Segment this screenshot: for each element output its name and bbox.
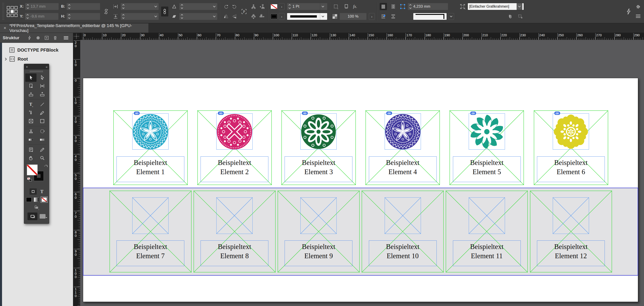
- proxy-dot[interactable]: [7, 10, 10, 13]
- image-frame[interactable]: [469, 198, 505, 234]
- quick-apply-icon[interactable]: [507, 13, 514, 20]
- apply-color-button[interactable]: [26, 198, 32, 202]
- proxy-dot[interactable]: [7, 6, 10, 9]
- selection-tool[interactable]: [25, 74, 36, 82]
- stroke-preview-dropdown[interactable]: [448, 13, 454, 20]
- element-2[interactable]: BeispieltextElement 2: [198, 110, 272, 185]
- fx-icon[interactable]: fx.: [353, 4, 357, 9]
- height-field[interactable]: [66, 13, 100, 20]
- content-placer-tool[interactable]: [36, 90, 48, 98]
- drop-shadow-icon[interactable]: [343, 3, 350, 10]
- proxy-dot[interactable]: [7, 14, 10, 17]
- image-frame[interactable]: [216, 198, 252, 234]
- text-frame[interactable]: BeispieltextElement 5: [453, 156, 521, 182]
- toolbox-grip[interactable]: [30, 70, 43, 73]
- rotate-cw-icon[interactable]: [222, 3, 230, 10]
- link-badge-icon[interactable]: [386, 112, 392, 115]
- line-tool[interactable]: [36, 100, 48, 108]
- flip-vertical-icon[interactable]: [231, 13, 238, 20]
- text-frame[interactable]: BeispieltextElement 8: [200, 240, 268, 266]
- page-tool[interactable]: [25, 82, 36, 90]
- lightning-icon[interactable]: [625, 8, 632, 15]
- select-container-icon[interactable]: P: [240, 6, 248, 16]
- proxy-dot[interactable]: [10, 14, 14, 17]
- select-previous-icon[interactable]: [258, 3, 266, 10]
- frame-tool[interactable]: [25, 117, 36, 125]
- formatting-affects-container-button[interactable]: [30, 188, 37, 195]
- break-link-style-icon[interactable]: [517, 13, 524, 20]
- opacity-field[interactable]: 100 %: [340, 13, 366, 20]
- proxy-dot[interactable]: [14, 14, 18, 17]
- direct-selection-tool[interactable]: [36, 74, 48, 82]
- element-7[interactable]: BeispieltextElement 7: [110, 191, 192, 272]
- shear-stepper[interactable]: [181, 14, 184, 20]
- reference-point-proxy[interactable]: [7, 6, 18, 17]
- text-frame[interactable]: BeispieltextElement 10: [369, 240, 437, 266]
- stroke-weight-dropdown[interactable]: [320, 3, 326, 10]
- rotate-ccw-icon[interactable]: [231, 3, 238, 10]
- default-fill-stroke-icon[interactable]: [27, 178, 32, 181]
- object-style-dropdown[interactable]: [Einfacher Grafikrahmen]: [468, 3, 524, 10]
- image-frame[interactable]: [385, 113, 421, 150]
- height-stepper[interactable]: [68, 14, 71, 20]
- scale-y-stepper[interactable]: [122, 14, 125, 20]
- toolbox-header[interactable]: × «: [24, 64, 49, 70]
- link-badge-icon[interactable]: [470, 112, 476, 115]
- x-stepper[interactable]: [26, 4, 29, 10]
- normal-view-mode-button[interactable]: [28, 212, 38, 220]
- select-next-icon[interactable]: [258, 13, 266, 20]
- width-stepper[interactable]: [68, 4, 71, 10]
- panel-grip[interactable]: [2, 3, 4, 20]
- rotation-field[interactable]: [179, 3, 218, 10]
- lightning-icon[interactable]: [25, 34, 34, 41]
- text-frame[interactable]: BeispieltextElement 6: [537, 156, 605, 182]
- gradient-feather-tool[interactable]: [36, 136, 48, 144]
- gap-field[interactable]: 4,233 mm: [408, 3, 448, 10]
- panel-menu-icon[interactable]: [62, 34, 70, 41]
- proxy-dot[interactable]: [10, 6, 14, 9]
- text-frame[interactable]: BeispieltextElement 7: [116, 240, 184, 266]
- image-frame[interactable]: [132, 113, 168, 150]
- preview-mode-button[interactable]: [40, 214, 46, 218]
- stroke-preview-swatch[interactable]: [413, 13, 447, 20]
- element-11[interactable]: BeispieltextElement 11: [446, 191, 528, 272]
- document-tab[interactable]: × *PFPrintArea_Template-Sammelform_editi…: [0, 24, 149, 33]
- fill-options-button[interactable]: ›: [279, 3, 284, 10]
- text-frame[interactable]: BeispieltextElement 4: [369, 156, 437, 182]
- formatting-affects-text-button[interactable]: T: [40, 189, 43, 194]
- image-frame[interactable]: [385, 198, 421, 234]
- gear-icon[interactable]: [634, 3, 642, 10]
- image-frame[interactable]: [553, 198, 589, 234]
- wrap-object-shape-icon[interactable]: [380, 13, 387, 20]
- proxy-dot[interactable]: [14, 10, 18, 13]
- pen-tool[interactable]: [25, 108, 36, 117]
- constrain-proportions-off-icon[interactable]: [102, 8, 110, 15]
- select-content-down-icon[interactable]: [250, 13, 257, 20]
- pencil-tool[interactable]: [36, 108, 48, 117]
- text-frame[interactable]: BeispieltextElement 2: [200, 156, 268, 182]
- select-container-up-icon[interactable]: [250, 3, 257, 10]
- y-stepper[interactable]: [26, 14, 29, 20]
- element-1[interactable]: BeispieltextElement 1: [113, 110, 188, 185]
- link-badge-icon[interactable]: [134, 112, 140, 115]
- element-8[interactable]: BeispieltextElement 8: [194, 191, 276, 272]
- scale-y-field[interactable]: [120, 13, 159, 20]
- element-10[interactable]: BeispieltextElement 10: [362, 191, 444, 272]
- link-badge-icon[interactable]: [554, 112, 560, 115]
- apply-none-button[interactable]: [42, 198, 47, 202]
- image-frame[interactable]: [300, 113, 337, 150]
- text-frame[interactable]: BeispieltextElement 1: [116, 156, 184, 182]
- type-tool[interactable]: T: [25, 100, 36, 108]
- link-badge-icon[interactable]: [218, 112, 224, 115]
- trash-icon[interactable]: [51, 34, 60, 41]
- stroke-type-dropdown[interactable]: [287, 13, 328, 20]
- shear-field[interactable]: [179, 13, 218, 20]
- jump-object-icon[interactable]: [390, 13, 397, 20]
- stroke-weight-stepper[interactable]: [288, 4, 291, 10]
- image-frame[interactable]: [216, 113, 252, 150]
- structure-item-root[interactable]: Root: [2, 54, 73, 64]
- scissors-tool[interactable]: [25, 127, 36, 136]
- structure-item-doctype-pfblock[interactable]: DOCTYPE PFBlock: [2, 46, 73, 54]
- page[interactable]: BeispieltextElement 1BeispieltextElement…: [83, 78, 638, 302]
- vertical-ruler[interactable]: 2 01 001 02 03 04 05 06 07 08 09 01 0 01…: [73, 40, 80, 306]
